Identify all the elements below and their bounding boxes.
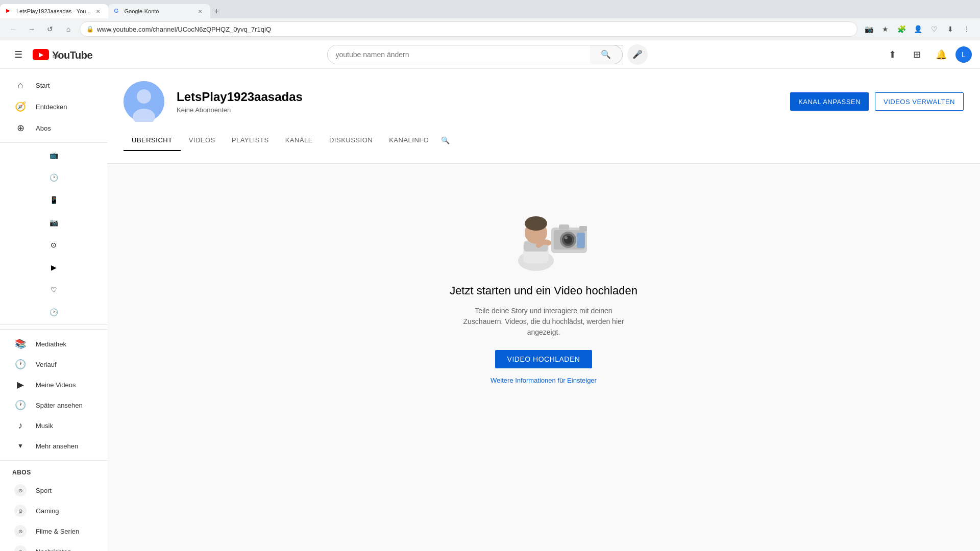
search-input[interactable] (328, 45, 590, 64)
empty-description: Teile deine Story und interagiere mit de… (457, 306, 630, 338)
screenshot-icon[interactable]: 📷 (862, 22, 876, 36)
customize-channel-button[interactable]: KANAL ANPASSEN (790, 92, 869, 111)
play-icon: ▶ (51, 263, 57, 271)
logo-area: ☰ YouTube DE (8, 44, 92, 65)
subscriptions-icon: 📺 (50, 151, 58, 159)
sidebar-item-nachrichten[interactable]: ⊙ Nachrichten (2, 541, 105, 551)
tab2-close[interactable]: ✕ (196, 7, 204, 15)
sidebar-item-filme-serien[interactable]: ⊙ Filme & Serien (2, 521, 105, 541)
sidebar-spaeter-label: Später ansehen (36, 402, 83, 409)
sidebar-item-musik[interactable]: ♪ Musik (2, 415, 105, 436)
sidebar-icon-subscriptions[interactable]: 📺 (43, 145, 64, 165)
browser-tab-1[interactable]: ▶ LetsPlay1923aasadas - You... ✕ (0, 4, 108, 18)
favorite-icon[interactable]: ♡ (927, 22, 941, 36)
voice-search-button[interactable]: 🎤 (627, 44, 648, 65)
clock2-icon: 🕐 (50, 308, 58, 316)
sidebar-item-meine-videos[interactable]: ▶ Meine Videos (2, 374, 105, 395)
download-icon[interactable]: ⬇ (943, 22, 958, 36)
sidebar-icon-play[interactable]: ▶ (43, 257, 64, 278)
sidebar-icon-phone[interactable]: 📱 (43, 190, 64, 210)
notifications-button[interactable]: 🔔 (931, 44, 951, 65)
music-icon: ♪ (14, 420, 27, 431)
channel-tab-videos[interactable]: VIDEOS (181, 130, 224, 151)
svg-point-1 (137, 89, 151, 104)
yt-logo[interactable]: YouTube DE (33, 49, 92, 60)
sidebar-more-button[interactable]: ▼ Mehr ansehen (2, 436, 105, 456)
lock-icon: 🔒 (86, 26, 94, 33)
channel-tab-kanalinfo[interactable]: KANALINFO (381, 130, 437, 151)
svg-point-13 (565, 236, 568, 239)
channel-tab-ubersicht[interactable]: ÜBERSICHT (124, 130, 181, 151)
sidebar-item-start[interactable]: ⌂ Start (2, 75, 105, 95)
empty-illustration (493, 194, 595, 276)
sidebar-mediathek-label: Mediathek (36, 340, 66, 348)
new-tab-button[interactable]: + (210, 5, 223, 18)
empty-state: Jetzt starten und ein Video hochladen Te… (107, 164, 980, 415)
sidebar-item-abos[interactable]: ⊕ Abos (2, 118, 105, 138)
user-avatar[interactable]: L (955, 46, 972, 63)
forward-button[interactable]: → (24, 22, 39, 36)
yt-header: ☰ YouTube DE 🔍 🎤 ⬆ (0, 40, 980, 69)
sidebar-item-gaming[interactable]: ⊙ Gaming (2, 500, 105, 521)
sidebar-start-label: Start (36, 82, 50, 89)
search-area: 🔍 🎤 (101, 44, 874, 65)
tab1-favicon: ▶ (6, 8, 13, 15)
history-icon: 🕐 (50, 173, 58, 182)
settings-icon[interactable]: ⋮ (960, 22, 974, 36)
sidebar-icon-heart[interactable]: ♡ (43, 280, 64, 300)
camera-illustration (493, 194, 595, 276)
search-icon: 🔍 (601, 49, 611, 59)
sidebar-item-sport[interactable]: ⊙ Sport (2, 480, 105, 500)
upload-button[interactable]: ⬆ (882, 44, 902, 65)
back-button[interactable]: ← (6, 22, 20, 36)
browser-tab-2[interactable]: G Google-Konto ✕ (108, 4, 210, 18)
sidebar-gaming-label: Gaming (36, 507, 59, 515)
menu-button[interactable]: ☰ (8, 44, 29, 65)
channel-tabs: ÜBERSICHT VIDEOS PLAYLISTS KANÄLE DISKUS… (124, 130, 964, 151)
info-link[interactable]: Weitere Informationen für Einsteiger (491, 377, 597, 384)
nachrichten-icon: ⊙ (14, 545, 27, 551)
yt-body: ⌂ Start 🧭 Entdecken ⊕ Abos 📺 🕐 (0, 69, 980, 551)
manage-videos-button[interactable]: VIDEOS VERWALTEN (875, 92, 964, 111)
channel-tab-kanale[interactable]: KANÄLE (277, 130, 321, 151)
reload-button[interactable]: ↺ (43, 22, 57, 36)
sidebar-icon-ig[interactable]: 📷 (43, 212, 64, 233)
sidebar-icon-history[interactable]: 🕐 (43, 167, 64, 188)
sidebar-item-spaeter[interactable]: 🕐 Später ansehen (2, 395, 105, 415)
svg-rect-14 (559, 224, 569, 230)
sidebar-meine-videos-label: Meine Videos (36, 381, 76, 389)
watch-later-icon: 🕐 (14, 399, 27, 411)
sidebar-entdecken-label: Entdecken (36, 103, 67, 111)
channel-subs: Keine Abonnenten (177, 106, 778, 114)
sidebar-more-label: Mehr ansehen (36, 442, 78, 450)
channel-tab-playlists[interactable]: PLAYLISTS (224, 130, 277, 151)
sidebar-icon-circle[interactable]: ⊙ (43, 235, 64, 255)
sidebar-item-entdecken[interactable]: 🧭 Entdecken (2, 96, 105, 117)
extension-icon[interactable]: 🧩 (894, 22, 909, 36)
profile-icon[interactable]: 👤 (911, 22, 925, 36)
channel-info: LetsPlay1923aasadas Keine Abonnenten KAN… (124, 81, 964, 122)
upload-video-button[interactable]: VIDEO HOCHLADEN (495, 350, 593, 368)
sidebar: ⌂ Start 🧭 Entdecken ⊕ Abos 📺 🕐 (0, 69, 107, 551)
tab1-close[interactable]: ✕ (94, 7, 102, 15)
browser-tabs: ▶ LetsPlay1923aasadas - You... ✕ G Googl… (0, 0, 980, 18)
verlauf-icon: 🕐 (14, 359, 27, 370)
address-input[interactable] (97, 26, 851, 33)
channel-tab-search[interactable]: 🔍 (437, 130, 454, 151)
youtube-app: ☰ YouTube DE 🔍 🎤 ⬆ (0, 40, 980, 551)
phone-icon: 📱 (50, 196, 58, 204)
home-button[interactable]: ⌂ (61, 22, 76, 36)
channel-tab-diskussion[interactable]: DISKUSSION (321, 130, 381, 151)
sidebar-divider-1 (0, 329, 107, 330)
filme-serien-icon: ⊙ (14, 525, 27, 537)
search-button[interactable]: 🔍 (590, 45, 623, 64)
apps-button[interactable]: ⊞ (906, 44, 927, 65)
chevron-down-icon: ▼ (14, 442, 27, 449)
bookmark-icon[interactable]: ★ (878, 22, 892, 36)
sidebar-item-verlauf[interactable]: 🕐 Verlauf (2, 354, 105, 374)
avatar-svg (124, 81, 164, 122)
sidebar-item-mediathek[interactable]: 📚 Mediathek (2, 334, 105, 354)
apps-icon: ⊞ (913, 49, 921, 60)
address-bar[interactable]: 🔒 (80, 21, 857, 37)
sidebar-icon-clock2[interactable]: 🕐 (43, 302, 64, 322)
